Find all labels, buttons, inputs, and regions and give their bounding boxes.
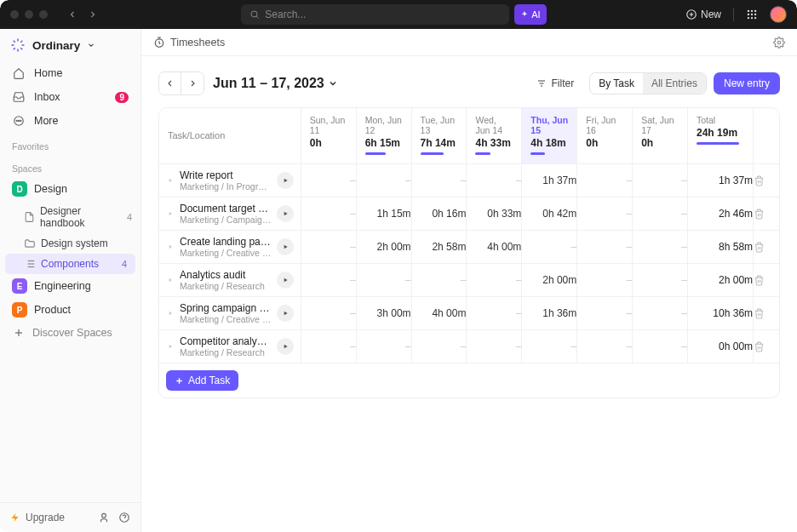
time-cell-empty[interactable]: – — [577, 297, 633, 330]
time-cell-empty[interactable]: – — [522, 330, 577, 363]
time-cell-empty[interactable]: – — [356, 264, 411, 297]
time-cell-empty[interactable]: – — [467, 264, 522, 297]
play-button[interactable] — [277, 172, 294, 189]
time-cell-empty[interactable]: – — [301, 197, 356, 231]
time-cell-empty[interactable]: – — [411, 330, 467, 363]
task-cell[interactable]: Create landing pageMarketing / Creative … — [159, 231, 301, 263]
upgrade-button[interactable]: Upgrade — [10, 512, 65, 523]
time-cell-empty[interactable]: – — [633, 264, 688, 297]
plus-circle-icon — [685, 9, 697, 20]
time-cell-empty[interactable]: – — [356, 164, 411, 197]
play-button[interactable] — [277, 305, 294, 322]
time-cell[interactable]: 1h 37m — [522, 164, 577, 197]
forward-button[interactable] — [83, 5, 102, 24]
time-cell-empty[interactable]: – — [467, 164, 522, 197]
date-range-picker[interactable]: Jun 11 – 17, 2023 — [213, 76, 338, 91]
by-task-tab[interactable]: By Task — [590, 73, 643, 94]
task-cell[interactable]: Spring campaign imag...Marketing / Creat… — [159, 297, 301, 329]
help-icon[interactable] — [118, 512, 130, 523]
delete-row-button[interactable] — [754, 330, 779, 363]
back-button[interactable] — [63, 5, 82, 24]
user-avatar[interactable] — [770, 6, 787, 23]
tree-item-components[interactable]: Components 4 — [5, 254, 135, 274]
task-cell[interactable]: Competitor analysis docMarketing / Resea… — [159, 330, 301, 363]
caret-right-icon — [166, 310, 175, 317]
time-cell[interactable]: 3h 00m — [356, 297, 411, 330]
next-week-button[interactable] — [181, 72, 204, 94]
time-cell-empty[interactable]: – — [633, 197, 688, 231]
plus-icon — [175, 376, 184, 386]
time-cell[interactable]: 1h 15m — [356, 197, 411, 231]
task-cell[interactable]: Write reportMarketing / In Progress — [159, 164, 301, 197]
task-cell[interactable]: Document target usersMarketing / Campaig… — [159, 197, 301, 230]
new-button[interactable]: New — [685, 9, 721, 20]
titlebar: Search... AI New — [0, 0, 797, 29]
play-button[interactable] — [277, 238, 294, 255]
time-cell[interactable]: 0h 16m — [411, 197, 467, 231]
time-cell[interactable]: 2h 00m — [356, 231, 411, 264]
time-cell[interactable]: 1h 36m — [522, 297, 577, 330]
task-cell[interactable]: Analytics auditMarketing / Research — [159, 264, 301, 296]
filter-button[interactable]: Filter — [528, 73, 582, 94]
time-cell-empty[interactable]: – — [301, 164, 356, 197]
time-cell-empty[interactable]: – — [301, 330, 356, 363]
global-search[interactable]: Search... — [241, 4, 509, 25]
time-cell[interactable]: 4h 00m — [411, 297, 467, 330]
time-cell-empty[interactable]: – — [633, 330, 688, 363]
prev-week-button[interactable] — [159, 72, 181, 94]
play-button[interactable] — [277, 272, 294, 289]
space-design[interactable]: D Design — [0, 177, 140, 201]
time-cell-empty[interactable]: – — [633, 231, 688, 264]
play-button[interactable] — [277, 338, 294, 355]
time-cell-empty[interactable]: – — [577, 264, 633, 297]
tree-item-design-system[interactable]: Design system — [0, 233, 140, 254]
time-cell-empty[interactable]: – — [467, 297, 522, 330]
time-cell-empty[interactable]: – — [577, 231, 633, 264]
time-cell-empty[interactable]: – — [301, 264, 356, 297]
close-window[interactable] — [10, 10, 19, 19]
delete-row-button[interactable] — [754, 297, 779, 330]
apps-grid-icon[interactable] — [746, 9, 758, 20]
delete-row-button[interactable] — [754, 264, 779, 297]
time-cell[interactable]: 0h 33m — [467, 197, 522, 231]
time-cell-empty[interactable]: – — [577, 164, 633, 197]
sidebar-item-more[interactable]: More — [5, 109, 135, 133]
delete-row-button[interactable] — [754, 164, 779, 197]
discover-spaces[interactable]: Discover Spaces — [0, 322, 140, 344]
time-cell-empty[interactable]: – — [577, 197, 633, 231]
sidebar-item-home[interactable]: Home — [5, 61, 135, 85]
time-cell-empty[interactable]: – — [411, 164, 467, 197]
space-product[interactable]: P Product — [0, 298, 140, 322]
time-cell-empty[interactable]: – — [633, 297, 688, 330]
time-cell-empty[interactable]: – — [411, 264, 467, 297]
workspace-switcher[interactable]: Ordinary — [0, 29, 140, 61]
workspace-logo-icon — [10, 37, 26, 53]
settings-icon[interactable] — [773, 37, 785, 49]
time-cell[interactable]: 4h 00m — [467, 231, 522, 264]
time-cell[interactable]: 2h 00m — [522, 264, 577, 297]
time-cell[interactable]: 0h 42m — [522, 197, 577, 231]
new-entry-button[interactable]: New entry — [714, 72, 780, 94]
time-cell-empty[interactable]: – — [467, 330, 522, 363]
task-column-header: Task/Location — [159, 108, 301, 164]
time-cell-empty[interactable]: – — [301, 297, 356, 330]
time-cell-empty[interactable]: – — [301, 231, 356, 264]
play-button[interactable] — [277, 205, 294, 222]
delete-row-button[interactable] — [754, 197, 779, 231]
sidebar-item-inbox[interactable]: Inbox 9 — [5, 85, 135, 109]
all-entries-tab[interactable]: All Entries — [643, 73, 706, 94]
day-column-header: Tue, Jun 137h 14m — [411, 108, 467, 164]
space-engineering[interactable]: E Engineering — [0, 274, 140, 298]
time-cell-empty[interactable]: – — [633, 164, 688, 197]
ai-button[interactable]: AI — [514, 4, 546, 25]
invite-icon[interactable] — [98, 512, 110, 523]
time-cell[interactable]: 2h 58m — [411, 231, 467, 264]
time-cell-empty[interactable]: – — [577, 330, 633, 363]
maximize-window[interactable] — [39, 10, 48, 19]
time-cell-empty[interactable]: – — [356, 330, 411, 363]
tree-item-handbook[interactable]: Designer handbook 4 — [0, 201, 140, 233]
time-cell-empty[interactable]: – — [522, 231, 577, 264]
add-task-button[interactable]: Add Task — [166, 370, 238, 391]
delete-row-button[interactable] — [754, 231, 779, 264]
minimize-window[interactable] — [25, 10, 33, 19]
